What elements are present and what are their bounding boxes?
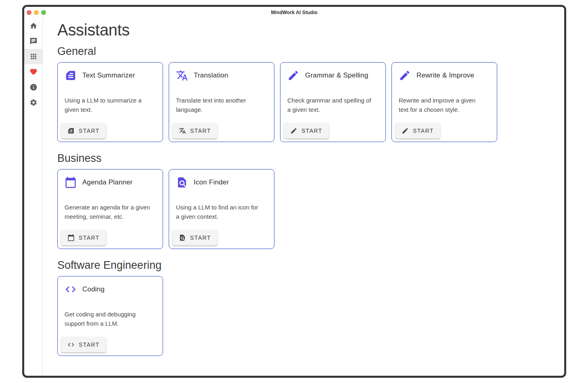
gear-icon — [29, 98, 38, 107]
assistant-card-coding: Coding Get coding and debugging support … — [57, 276, 163, 356]
heart-icon — [29, 68, 38, 76]
sidebar — [24, 18, 43, 376]
start-button-translation[interactable]: START — [172, 123, 218, 138]
card-description: Using a LLM to find an icon for a given … — [172, 203, 266, 221]
section-heading: Software Engineering — [57, 259, 564, 271]
sections: General Text Summarizer Using a LLM to s… — [57, 45, 564, 356]
sidebar-item-home[interactable] — [24, 18, 42, 33]
find-icon — [179, 234, 186, 241]
card-header: Coding — [61, 280, 159, 295]
card-actions: START — [284, 123, 382, 138]
card-header: Rewrite & Improve — [395, 66, 494, 82]
sidebar-item-settings[interactable] — [24, 95, 42, 110]
card-description: Check grammar and spelling of a given te… — [284, 96, 377, 114]
card-description: Translate text into another language. — [172, 96, 266, 114]
card-row: Agenda Planner Generate an agenda for a … — [57, 169, 564, 249]
card-title: Agenda Planner — [82, 178, 133, 186]
section-general: General Text Summarizer Using a LLM to s… — [57, 45, 564, 142]
start-button-label: START — [79, 128, 100, 134]
start-button-rewrite-improve[interactable]: START — [395, 123, 440, 138]
start-button-icon-finder[interactable]: START — [172, 230, 218, 245]
card-header: Translation — [172, 66, 271, 82]
card-actions: START — [172, 123, 271, 138]
window-title: MindWork AI Studio — [24, 10, 564, 15]
card-title: Coding — [82, 285, 105, 293]
card-actions: START — [172, 230, 271, 245]
card-description: Rewrite and improve a given text for a c… — [395, 96, 489, 114]
main-content: Assistants General Text Summarizer Using… — [43, 18, 564, 376]
card-description: Generate an agenda for a given meeting, … — [61, 203, 155, 221]
start-button-agenda-planner[interactable]: START — [61, 230, 106, 245]
card-header: Text Summarizer — [61, 66, 159, 82]
edit-icon — [290, 127, 297, 134]
card-header: Icon Finder — [172, 173, 271, 188]
start-button-label: START — [190, 128, 211, 134]
text-snippet-icon — [65, 69, 77, 82]
card-description: Get coding and debugging support from a … — [61, 310, 155, 328]
text-snippet-icon — [67, 127, 75, 134]
edit-icon — [287, 69, 299, 82]
apps-icon — [29, 52, 38, 61]
card-title: Grammar & Spelling — [305, 71, 368, 80]
card-actions: START — [61, 123, 159, 138]
card-title: Text Summarizer — [82, 71, 135, 80]
card-title: Icon Finder — [194, 178, 229, 186]
chat-icon — [29, 37, 38, 45]
assistant-card-icon-finder: Icon Finder Using a LLM to find an icon … — [169, 169, 274, 249]
assistant-card-rewrite-improve: Rewrite & Improve Rewrite and improve a … — [391, 62, 497, 142]
card-header: Agenda Planner — [61, 173, 159, 188]
start-button-label: START — [190, 234, 211, 241]
start-button-label: START — [79, 234, 100, 241]
code-icon — [67, 341, 75, 348]
card-row: Text Summarizer Using a LLM to summarize… — [57, 62, 564, 142]
translate-icon — [179, 127, 186, 134]
home-icon — [29, 22, 38, 30]
info-icon — [29, 83, 38, 91]
assistant-card-translation: Translation Translate text into another … — [169, 62, 274, 142]
start-button-label: START — [413, 128, 434, 134]
page-title: Assistants — [57, 21, 564, 39]
card-actions: START — [61, 230, 159, 245]
calendar-icon — [67, 234, 75, 241]
section-business: Business Agenda Planner Generate an agen… — [57, 152, 564, 249]
start-button-grammar-spelling[interactable]: START — [284, 123, 329, 138]
card-actions: START — [61, 337, 159, 352]
code-icon — [65, 283, 77, 295]
start-button-text-summarizer[interactable]: START — [61, 123, 106, 138]
section-heading: Business — [57, 152, 564, 164]
sidebar-item-assistants[interactable] — [24, 49, 42, 64]
assistant-card-grammar-spelling: Grammar & Spelling Check grammar and spe… — [280, 62, 386, 142]
card-header: Grammar & Spelling — [284, 66, 382, 82]
app-window: MindWork AI Studio Assistants General — [22, 5, 566, 378]
translate-icon — [176, 69, 188, 82]
assistant-card-agenda-planner: Agenda Planner Generate an agenda for a … — [57, 169, 163, 249]
start-button-coding[interactable]: START — [61, 337, 106, 352]
card-description: Using a LLM to summarize a given text. — [61, 96, 155, 114]
sidebar-item-chats[interactable] — [24, 33, 42, 49]
start-button-label: START — [79, 341, 100, 348]
find-icon — [176, 176, 188, 188]
section-heading: General — [57, 45, 564, 57]
sidebar-item-favorites[interactable] — [24, 64, 42, 80]
section-software-engineering: Software Engineering Coding Get coding a… — [57, 259, 564, 356]
card-row: Coding Get coding and debugging support … — [57, 276, 564, 356]
edit-icon — [402, 127, 409, 134]
window-body: Assistants General Text Summarizer Using… — [24, 18, 564, 376]
card-actions: START — [395, 123, 494, 138]
card-title: Translation — [194, 71, 228, 80]
calendar-icon — [65, 176, 77, 188]
titlebar: MindWork AI Studio — [24, 7, 564, 18]
card-title: Rewrite & Improve — [416, 71, 474, 80]
assistant-card-text-summarizer: Text Summarizer Using a LLM to summarize… — [57, 62, 163, 142]
sidebar-item-about[interactable] — [24, 80, 42, 95]
start-button-label: START — [301, 128, 322, 134]
edit-icon — [399, 69, 411, 82]
